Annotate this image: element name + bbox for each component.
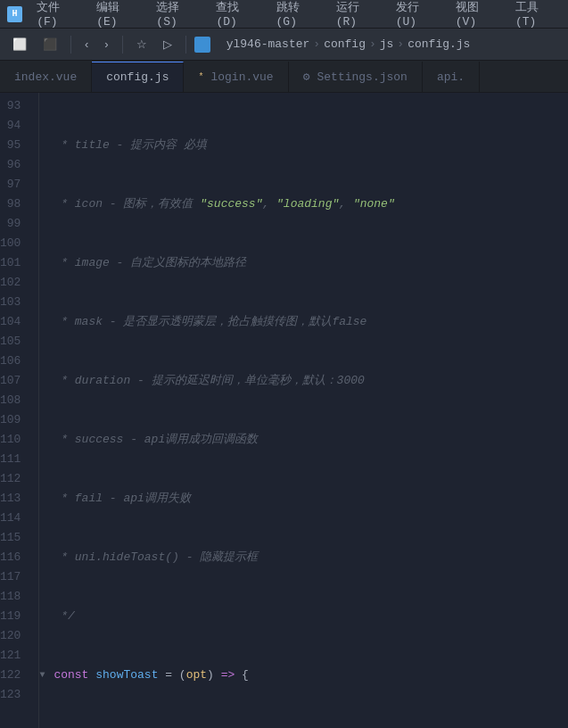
toolbar-sep2 <box>122 36 123 54</box>
ln-115: 115 <box>0 528 28 548</box>
line-numbers: 93 94 95 96 97 98 99 100 101 102 103 104… <box>0 93 39 728</box>
code-line-100: * uni.hideToast() - 隐藏提示框 <box>54 548 568 567</box>
ln-108: 108 <box>0 391 28 410</box>
toolbar-sep3 <box>185 36 186 54</box>
tab-label: Settings.json <box>317 70 407 84</box>
menu-goto[interactable]: 跳转(G) <box>273 0 322 30</box>
toolbar: ⬜ ⬛ ‹ › ☆ ▷ yl946-master › config › js ›… <box>0 29 568 61</box>
ln-105: 105 <box>0 332 28 352</box>
toolbar-sep1 <box>70 36 71 54</box>
tab-label: config.js <box>106 70 169 84</box>
code-editor: 93 94 95 96 97 98 99 100 101 102 103 104… <box>0 93 568 728</box>
ln-112: 112 <box>0 469 28 489</box>
ln-106: 106 <box>0 352 28 371</box>
menu-run[interactable]: 运行(R) <box>333 0 382 30</box>
code-line-101: */ <box>54 607 568 626</box>
ln-94: 94 <box>0 116 28 136</box>
menu-select[interactable]: 选择(S) <box>152 0 202 30</box>
menu-tools[interactable]: 工具(T) <box>512 0 561 30</box>
code-line-96: * mask - 是否显示透明蒙层，抢占触摸传图，默认false <box>54 312 568 332</box>
ln-96: 96 <box>0 155 28 175</box>
ln-102: 102 <box>0 273 28 293</box>
ln-118: 118 <box>0 587 28 607</box>
tab-api[interactable]: api. <box>423 62 480 92</box>
tab-settings-json[interactable]: ⚙ Settings.json <box>289 62 423 92</box>
menu-edit[interactable]: 编辑(E) <box>93 0 142 30</box>
breadcrumb-root: yl946-master <box>226 37 310 51</box>
ln-119: 119 <box>0 607 28 626</box>
menu-bar: H 文件(F) 编辑(E) 选择(S) 查找(D) 跳转(G) 运行(R) 发行… <box>0 0 568 29</box>
gear-icon: ⚙ <box>303 70 310 84</box>
tab-login-vue[interactable]: * login.vue <box>184 62 288 92</box>
code-line-103: opt = opt || {}; <box>54 724 568 728</box>
breadcrumb-file: config.js <box>407 37 470 51</box>
ln-114: 114 <box>0 509 28 528</box>
tab-label: index.vue <box>14 70 77 84</box>
toolbar-media[interactable]: ▷ <box>158 35 177 54</box>
ln-99: 99 <box>0 214 28 234</box>
ln-93: 93 <box>0 96 28 116</box>
ln-101: 101 <box>0 253 28 273</box>
ln-111: 111 <box>0 450 28 469</box>
ln-100: 100 <box>0 234 28 253</box>
ln-123: 123 <box>0 685 28 705</box>
tab-modified-dot: * <box>198 72 203 82</box>
code-line-94: * icon - 图标，有效值 "success", "loading", "n… <box>54 194 568 214</box>
ln-110: 110 <box>0 430 28 450</box>
ln-116: 116 <box>0 548 28 567</box>
breadcrumb: yl946-master › config › js › config.js <box>226 37 471 51</box>
code-line-95: * image - 自定义图标的本地路径 <box>54 253 568 273</box>
ln-98: 98 <box>0 194 28 214</box>
toolbar-star[interactable]: ☆ <box>131 35 152 54</box>
breadcrumb-config: config <box>324 37 366 51</box>
ln-121: 121 <box>0 646 28 666</box>
code-line-93: * title - 提示内容 必填 <box>54 136 568 155</box>
tab-index-vue[interactable]: index.vue <box>0 62 92 92</box>
ln-109: 109 <box>0 410 28 430</box>
menu-view[interactable]: 视图(V) <box>452 0 501 30</box>
ln-113: 113 <box>0 489 28 509</box>
tab-label: login.vue <box>210 70 273 84</box>
code-line-97: * duration - 提示的延迟时间，单位毫秒，默认：3000 <box>54 371 568 391</box>
menu-publish[interactable]: 发行(U) <box>392 0 441 30</box>
app-icon: H <box>7 6 22 22</box>
toolbar-split[interactable]: ⬛ <box>37 35 62 54</box>
fold-icon-102[interactable]: ▼ <box>39 666 52 685</box>
ln-120: 120 <box>0 626 28 646</box>
ln-117: 117 <box>0 567 28 587</box>
code-lines[interactable]: * title - 提示内容 必填 * icon - 图标，有效值 "succe… <box>39 93 568 728</box>
toolbar-new[interactable]: ⬜ <box>7 35 32 54</box>
ln-107: 107 <box>0 371 28 391</box>
tab-bar: index.vue config.js * login.vue ⚙ Settin… <box>0 61 568 93</box>
code-line-98: * success - api调用成功回调函数 <box>54 430 568 450</box>
ln-97: 97 <box>0 175 28 194</box>
menu-find[interactable]: 查找(D) <box>212 0 261 30</box>
breadcrumb-js: js <box>380 37 394 51</box>
code-line-99: * fail - api调用失败 <box>54 489 568 509</box>
ln-95: 95 <box>0 136 28 155</box>
menu-file[interactable]: 文件(F) <box>33 0 82 30</box>
code-line-102: ▼const showToast = (opt) => { <box>54 666 568 685</box>
tab-label: api. <box>437 70 465 84</box>
toolbar-forward[interactable]: › <box>99 35 113 54</box>
tab-config-js[interactable]: config.js <box>92 62 184 92</box>
ln-103: 103 <box>0 293 28 312</box>
file-icon <box>194 37 210 53</box>
ln-104: 104 <box>0 312 28 332</box>
toolbar-back[interactable]: ‹ <box>79 35 94 54</box>
ln-122: 122 <box>0 666 28 685</box>
